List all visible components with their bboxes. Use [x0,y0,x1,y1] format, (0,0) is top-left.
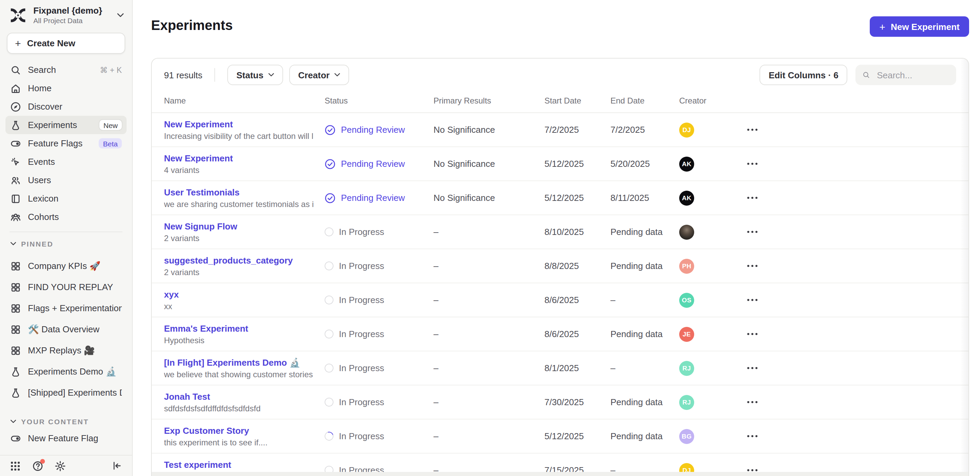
pinned-item-find-your-replay[interactable]: FIND YOUR REPLAY [5,276,127,297]
search-input[interactable] [875,69,950,81]
table-row[interactable]: User Testimonials we are sharing custome… [152,181,969,215]
edit-columns-button[interactable]: Edit Columns · 6 [760,65,847,85]
table-row[interactable]: New Signup Flow 2 variants In Progress –… [152,215,969,249]
settings-gear-icon[interactable] [54,460,66,471]
chevron-down-icon[interactable] [117,13,124,18]
experiment-name-link[interactable]: New Experiment [164,119,314,129]
table-row[interactable]: [In Flight] Experiments Demo 🔬 we believ… [152,351,969,385]
apps-grid-icon[interactable] [10,460,21,471]
status-label: In Progress [339,227,384,237]
table-row[interactable]: Exp Customer Story this experiment is to… [152,420,969,454]
experiment-name-link[interactable]: suggested_products_category [164,255,314,265]
row-menu-button[interactable] [745,398,760,406]
status-spinner-icon [323,430,335,442]
sidebar-item-label: Feature Flags [28,138,82,149]
experiment-name-link[interactable]: xyx [164,289,314,299]
pinned-item-experiments-demo[interactable]: Experiments Demo 🔬 [5,361,127,382]
pinned-section-header[interactable]: PINNED [0,236,132,251]
column-header-status[interactable]: Status [325,96,434,105]
column-header-start-date[interactable]: Start Date [544,96,611,105]
experiment-name-link[interactable]: New Signup Flow [164,221,314,231]
end-date-value: Pending data [611,431,679,441]
users-icon [10,175,21,185]
experiment-name-link[interactable]: Test experiment [164,459,314,470]
your-content-section-header[interactable]: YOUR CONTENT [0,414,132,429]
column-header-primary-results[interactable]: Primary Results [434,96,544,105]
row-menu-button[interactable] [745,160,760,168]
sidebar-item-lexicon[interactable]: Lexicon [5,189,127,208]
pinned-item-label: [Shipped] Experiments Demo 🖊️ [28,388,122,398]
sidebar-item-events[interactable]: Events [5,153,127,171]
column-header-name[interactable]: Name [164,96,325,105]
sidebar-item-home[interactable]: Home [5,79,127,97]
row-menu-button[interactable] [745,262,760,270]
experiment-description: 2 variants [164,267,314,277]
primary-results-value: – [434,431,544,441]
sidebar-item-users[interactable]: Users [5,171,127,189]
pinned-item-label: Experiments Demo 🔬 [28,366,117,377]
table-row[interactable]: New Experiment Increasing visibility of … [152,113,969,147]
collapse-sidebar-icon[interactable] [111,460,123,471]
create-new-button[interactable]: + Create New [7,33,125,54]
row-menu-button[interactable] [745,364,760,372]
row-menu-button[interactable] [745,126,760,134]
beta-badge: Beta [99,138,122,149]
help-icon[interactable] [32,460,43,471]
table-row[interactable]: xyx xx In Progress – 8/6/2025 – OS [152,283,969,317]
sidebar-item-experiments[interactable]: Experiments New [5,116,127,134]
experiment-name-link[interactable]: [In Flight] Experiments Demo 🔬 [164,357,314,367]
status-label: In Progress [339,363,384,373]
status-label: Pending Review [341,125,405,135]
sidebar-item-search[interactable]: Search ⌘ + K [5,61,127,79]
pinned-item-company-kpis[interactable]: Company KPIs 🚀 [5,256,127,276]
pinned-item-data-overview[interactable]: 🛠️ Data Overview [5,319,127,340]
creator-filter-label: Creator [298,70,330,80]
horizontal-scrollbar[interactable] [152,472,969,476]
experiment-description: we believe that showing customer stories… [164,369,314,379]
column-header-creator[interactable]: Creator [679,96,740,105]
table-row[interactable]: Jonah Test sdfdsfdsfsdfdffdfdsfsdfdsfd I… [152,385,969,420]
sidebar-item-cohorts[interactable]: Cohorts [5,208,127,226]
creator-filter-dropdown[interactable]: Creator [289,65,350,85]
end-date-value: – [611,295,679,305]
primary-results-value: – [434,295,544,305]
search-icon [862,70,870,80]
board-icon [10,260,21,272]
start-date-value: 8/10/2025 [544,227,611,237]
row-menu-button[interactable] [745,433,760,440]
project-switcher[interactable]: Fixpanel {demo} All Project Data [0,0,132,24]
fixpanel-logo-icon [9,6,27,24]
pinned-item-flags-experimentation-demo[interactable]: Flags + Experimentation Demo 🔬 [5,297,127,319]
status-label: In Progress [339,261,384,271]
row-menu-button[interactable] [745,296,760,304]
table-row[interactable]: Emma's Experiment Hypothesis In Progress… [152,317,969,351]
experiment-description: Hypothesis [164,335,314,345]
experiment-name-link[interactable]: New Experiment [164,153,314,163]
table-row[interactable]: New Experiment 4 variants Pending Review… [152,147,969,181]
table-search[interactable] [856,65,956,85]
status-label: Pending Review [341,193,405,203]
row-menu-button[interactable] [745,330,760,338]
your-content-item-label: New Feature Flag [28,433,98,443]
pinned-item-mxp-replays[interactable]: MXP Replays 🎥 [5,340,127,361]
experiment-name-link[interactable]: User Testimonials [164,187,314,197]
creator-avatar: AK [679,156,694,171]
new-experiment-button[interactable]: + New Experiment [870,16,969,37]
end-date-value: Pending data [611,397,679,407]
end-date-value: 8/11/2025 [611,193,679,203]
row-menu-button[interactable] [745,228,760,236]
status-check-icon [325,124,336,135]
experiment-name-link[interactable]: Emma's Experiment [164,323,314,333]
status-filter-dropdown[interactable]: Status [228,65,283,85]
end-date-value: Pending data [611,329,679,339]
table-row[interactable]: suggested_products_category 2 variants I… [152,249,969,283]
primary-results-value: No Significance [434,193,544,203]
experiment-name-link[interactable]: Exp Customer Story [164,425,314,436]
column-header-end-date[interactable]: End Date [611,96,679,105]
sidebar-item-discover[interactable]: Discover [5,97,127,116]
row-menu-button[interactable] [745,194,760,201]
pinned-item-shipped-experiments-demo[interactable]: [Shipped] Experiments Demo 🖊️ [5,382,127,403]
your-content-item-new-feature-flag[interactable]: New Feature Flag [5,429,127,447]
experiment-name-link[interactable]: Jonah Test [164,391,314,401]
sidebar-item-feature-flags[interactable]: Feature Flags Beta [5,134,127,153]
